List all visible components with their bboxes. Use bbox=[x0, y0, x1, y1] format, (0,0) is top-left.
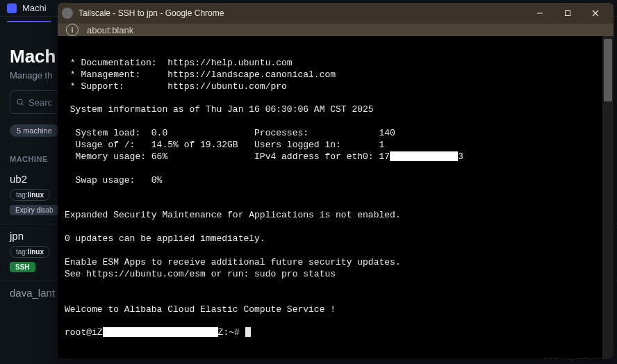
term-line: Expanded Security Maintenance for Applic… bbox=[65, 210, 401, 220]
tag-chip: tag:linux bbox=[10, 189, 50, 201]
search-input[interactable]: Searc bbox=[10, 90, 58, 114]
term-line bbox=[65, 245, 70, 256]
term-line: * Support: https://ubuntu.com/pro bbox=[65, 81, 287, 92]
svg-rect-3 bbox=[566, 11, 570, 16]
term-line: Memory usage: 66% IPv4 address for eth0:… bbox=[65, 151, 591, 163]
scrollbar[interactable]: ▾ bbox=[602, 36, 614, 358]
term-line bbox=[65, 315, 70, 326]
svg-point-0 bbox=[17, 99, 22, 104]
app-logo-icon bbox=[7, 3, 17, 13]
term-line bbox=[65, 93, 70, 104]
term-line bbox=[65, 187, 70, 197]
address-text: about:blank bbox=[87, 25, 133, 35]
term-line: Welcome to Alibaba Cloud Elastic Compute… bbox=[65, 304, 336, 315]
svg-line-1 bbox=[22, 104, 23, 105]
term-line: Enable ESM Apps to receive additional fu… bbox=[65, 257, 401, 267]
chrome-window: Tailscale - SSH to jpn - Google Chrome i… bbox=[58, 3, 614, 358]
tag-chip: tag:linux bbox=[10, 246, 50, 258]
search-placeholder: Searc bbox=[28, 97, 52, 108]
favicon-icon bbox=[62, 8, 73, 19]
address-bar[interactable]: i about:blank bbox=[58, 24, 614, 36]
machine-count-chip[interactable]: 5 machine bbox=[10, 124, 59, 137]
window-title: Tailscale - SSH to jpn - Google Chrome bbox=[79, 8, 224, 18]
terminal-output[interactable]: * Documentation: https://help.ubuntu.com… bbox=[58, 36, 602, 358]
term-line bbox=[65, 222, 70, 232]
redacted-ip bbox=[390, 151, 458, 161]
term-line: 0 updates can be applied immediately. bbox=[65, 233, 265, 244]
term-line: * Management: https://landscape.canonica… bbox=[65, 69, 336, 80]
term-line bbox=[65, 281, 70, 291]
term-line: Swap usage: 0% bbox=[65, 175, 162, 185]
redacted-hostname bbox=[103, 327, 218, 337]
chrome-titlebar[interactable]: Tailscale - SSH to jpn - Google Chrome bbox=[58, 3, 614, 24]
term-line bbox=[65, 116, 70, 126]
term-line bbox=[65, 199, 70, 209]
term-line: System load: 0.0 Processes: 140 bbox=[65, 128, 395, 138]
expiry-chip: Expiry disab bbox=[10, 205, 58, 215]
term-line bbox=[65, 292, 70, 303]
ssh-chip: SSH bbox=[10, 262, 35, 272]
search-icon bbox=[16, 97, 24, 107]
prompt-line: root@iZZ:~# bbox=[65, 327, 591, 339]
scroll-thumb[interactable] bbox=[604, 39, 612, 101]
site-info-icon[interactable]: i bbox=[66, 24, 79, 36]
term-line: See https://ubuntu.com/esm or run: sudo … bbox=[65, 269, 336, 279]
bg-top-title: Machi bbox=[22, 3, 47, 13]
bg-active-tab-underline bbox=[7, 21, 51, 22]
term-line: * Documentation: https://help.ubuntu.com bbox=[65, 58, 293, 68]
cursor-icon bbox=[245, 327, 251, 337]
close-button[interactable] bbox=[582, 3, 609, 24]
maximize-button[interactable] bbox=[554, 3, 582, 24]
term-line: Usage of /: 14.5% of 19.32GB Users logge… bbox=[65, 140, 384, 150]
term-line: System information as of Thu Jan 16 06:3… bbox=[65, 104, 374, 115]
minimize-button[interactable] bbox=[526, 3, 554, 24]
